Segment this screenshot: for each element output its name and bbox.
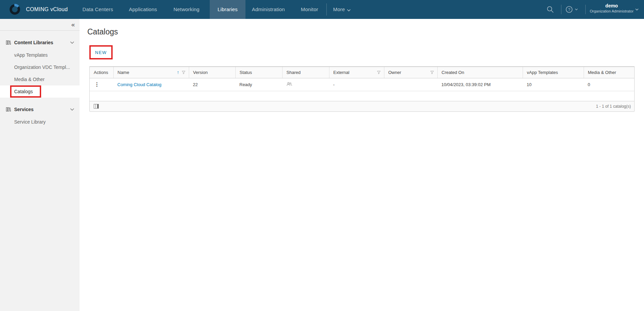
- empty-row: [90, 91, 634, 101]
- nav-divider: [561, 5, 561, 14]
- column-header-name[interactable]: Name ↑: [113, 67, 189, 78]
- cell-status: Ready: [235, 78, 282, 91]
- sidebar-item-catalogs[interactable]: Catalogs: [0, 85, 80, 98]
- library-icon: [6, 107, 11, 112]
- column-header-version[interactable]: Version: [189, 67, 235, 78]
- user-menu[interactable]: demo Organization Administrator: [588, 3, 635, 14]
- sidebar-item-label: Organization VDC Templ...: [14, 64, 70, 70]
- tab-more[interactable]: More: [333, 0, 351, 19]
- shared-group-icon: [286, 81, 292, 87]
- brand-area: COMING vCloud: [8, 3, 68, 16]
- tab-networking[interactable]: Networking: [173, 0, 199, 19]
- sidebar-item-label: Service Library: [14, 119, 46, 125]
- sidebar: « Content Libraries vApp Templates Organ…: [0, 19, 80, 311]
- new-catalog-button[interactable]: NEW: [95, 50, 107, 55]
- cell-owner: [384, 78, 437, 91]
- column-header-owner[interactable]: Owner: [384, 67, 437, 78]
- top-nav: COMING vCloud Data Centers Applications …: [0, 0, 644, 19]
- cell-media-other: 0: [584, 78, 634, 91]
- help-icon[interactable]: ?: [565, 0, 578, 19]
- cell-created-on: 10/04/2023, 03:39:02 PM: [437, 78, 523, 91]
- sort-ascending-icon[interactable]: ↑: [177, 70, 179, 75]
- column-header-vapp-templates[interactable]: vApp Templates: [523, 67, 584, 78]
- pagination-summary: 1 - 1 of 1 catalog(s): [596, 104, 631, 109]
- chevron-down-icon: [70, 108, 74, 111]
- tab-more-label: More: [333, 6, 345, 12]
- column-header-media-other[interactable]: Media & Other: [584, 67, 634, 78]
- column-header-shared[interactable]: Shared: [282, 67, 329, 78]
- sidebar-section-label: Services: [14, 107, 34, 112]
- sidebar-item-service-library[interactable]: Service Library: [0, 116, 80, 128]
- tab-libraries[interactable]: Libraries: [210, 0, 245, 19]
- nav-divider: [585, 5, 586, 14]
- tab-monitor[interactable]: Monitor: [301, 0, 318, 19]
- sidebar-item-vapp-templates[interactable]: vApp Templates: [0, 49, 80, 61]
- sidebar-item-label: vApp Templates: [14, 52, 48, 58]
- column-toggle-icon[interactable]: [94, 104, 99, 109]
- filter-icon[interactable]: [377, 71, 381, 74]
- filter-icon[interactable]: [430, 71, 434, 74]
- search-icon[interactable]: [546, 0, 554, 19]
- app-logo-icon: [8, 3, 22, 16]
- column-header-external[interactable]: External: [329, 67, 384, 78]
- tab-administration[interactable]: Administration: [252, 0, 285, 19]
- user-name: demo: [588, 3, 635, 9]
- column-header-status[interactable]: Status: [235, 67, 282, 78]
- page-title: Catalogs: [87, 27, 635, 36]
- sidebar-section-label: Content Libraries: [14, 40, 53, 45]
- cell-version: 22: [189, 78, 235, 91]
- sidebar-item-label: Catalogs: [14, 89, 33, 94]
- library-icon: [6, 40, 11, 45]
- table-header-row: Actions Name ↑ Version Status Shared: [90, 67, 634, 78]
- user-role: Organization Administrator: [588, 9, 635, 14]
- catalog-name-link[interactable]: Coming Cloud Catalog: [117, 82, 162, 87]
- chevron-down-icon: [347, 0, 351, 19]
- cell-vapp-templates: 10: [523, 78, 584, 91]
- chevron-down-icon: [70, 41, 74, 44]
- main-content: Catalogs NEW Actions Name ↑: [80, 19, 644, 311]
- column-header-created-on[interactable]: Created On: [437, 67, 523, 78]
- tab-data-centers[interactable]: Data Centers: [83, 0, 113, 19]
- sidebar-section-content-libraries[interactable]: Content Libraries: [0, 36, 80, 49]
- cell-external: -: [329, 78, 384, 91]
- sidebar-collapse-row: «: [0, 19, 80, 30]
- sidebar-item-media-other[interactable]: Media & Other: [0, 73, 80, 85]
- brand-title: COMING vCloud: [26, 6, 68, 12]
- sidebar-item-organization-vdc-templates[interactable]: Organization VDC Templ...: [0, 61, 80, 73]
- filter-icon[interactable]: [182, 71, 185, 74]
- user-menu-chevron-icon[interactable]: [635, 0, 639, 19]
- catalogs-datagrid: Actions Name ↑ Version Status Shared: [89, 67, 635, 112]
- svg-text:?: ?: [568, 7, 570, 12]
- cell-shared: [282, 78, 329, 91]
- sidebar-item-label: Media & Other: [14, 77, 45, 82]
- annotation-highlight-box: NEW: [89, 45, 113, 59]
- row-actions-menu-icon[interactable]: ⋮: [94, 81, 99, 87]
- nav-divider: [326, 3, 327, 16]
- sidebar-divider: [0, 30, 80, 31]
- datagrid-footer: 1 - 1 of 1 catalog(s): [90, 101, 634, 111]
- column-header-actions: Actions: [90, 67, 113, 78]
- table-row: ⋮ Coming Cloud Catalog 22 Ready: [90, 78, 634, 91]
- tab-applications[interactable]: Applications: [129, 0, 157, 19]
- sidebar-section-services[interactable]: Services: [0, 103, 80, 116]
- collapse-sidebar-icon[interactable]: «: [71, 20, 75, 29]
